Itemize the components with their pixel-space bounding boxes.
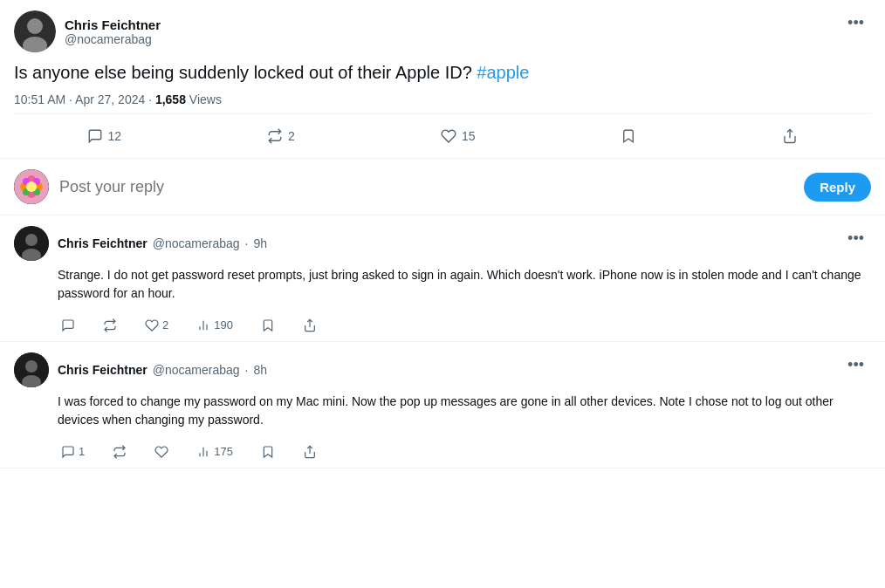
reply-2-time: 8h	[253, 363, 267, 377]
reply-1-like-count: 2	[162, 318, 168, 332]
tweet-meta: 10:51 AM · Apr 27, 2024 · 1,658 Views	[14, 92, 871, 106]
reply-count: 12	[108, 129, 122, 143]
reply-compose: Reply	[0, 159, 885, 215]
reply-2-retweet-button[interactable]	[109, 440, 130, 462]
bookmark-action-button[interactable]	[610, 121, 647, 151]
reply-2-bookmark-button[interactable]	[257, 440, 278, 462]
reply-1-views-count: 190	[214, 318, 233, 332]
tweet-text: Is anyone else being suddenly locked out…	[14, 63, 472, 82]
reply-1-bookmark-button[interactable]	[257, 313, 278, 336]
tweet-header-left: Chris Feichtner @nocamerabag	[14, 10, 161, 52]
reply-1-body: Strange. I do not get password reset pro…	[58, 266, 871, 303]
reply-tweet-1-header: Chris Feichtner @nocamerabag · 9h •••	[14, 226, 871, 261]
avatar	[14, 10, 56, 52]
reply-2-retweet-icon	[113, 443, 127, 459]
user-info: Chris Feichtner @nocamerabag	[65, 17, 161, 46]
reply-2-like-button[interactable]	[151, 440, 172, 462]
reply-1-user-info: Chris Feichtner @nocamerabag · 9h	[58, 236, 267, 250]
reply-2-comment-button[interactable]: 1	[58, 440, 88, 462]
reply-1-bookmark-icon	[261, 317, 275, 332]
reply-2-comment-icon	[61, 443, 75, 459]
reply-1-views-button[interactable]: 190	[193, 313, 237, 336]
reply-2-share-icon	[303, 443, 317, 459]
meta-separator: ·	[69, 92, 75, 106]
reply-1-avatar	[14, 226, 49, 261]
reply-2-bookmark-icon	[261, 443, 275, 459]
reply-1-retweet-icon	[103, 317, 117, 332]
more-options-button[interactable]: •••	[840, 10, 871, 36]
reply-1-views-icon	[196, 317, 210, 332]
like-count: 15	[462, 129, 476, 143]
svg-point-1	[27, 18, 43, 34]
like-action-button[interactable]: 15	[430, 121, 486, 151]
more-icon: •••	[847, 14, 864, 32]
share-action-button[interactable]	[772, 121, 808, 151]
meta-separator2: ·	[148, 92, 155, 106]
reply-input[interactable]	[59, 178, 793, 196]
reply-1-retweet-button[interactable]	[99, 313, 120, 336]
hashtag[interactable]: #apple	[477, 63, 529, 82]
dot-separator-2: ·	[245, 363, 249, 377]
tweet-actions: 12 2 15	[14, 113, 871, 158]
retweet-icon	[267, 128, 283, 144]
reply-2-user-info: Chris Feichtner @nocamerabag · 8h	[58, 363, 267, 377]
reply-2-views-icon	[196, 443, 210, 459]
comment-icon	[87, 128, 103, 144]
svg-point-13	[26, 181, 37, 192]
reply-2-actions: 1	[14, 434, 871, 468]
reply-tweet-1-header-left: Chris Feichtner @nocamerabag · 9h	[14, 226, 267, 261]
reply-1-share-icon	[303, 317, 317, 332]
reply-1-like-button[interactable]: 2	[141, 313, 172, 336]
tweet-date: Apr 27, 2024	[75, 92, 145, 106]
reply-2-share-button[interactable]	[299, 440, 320, 462]
main-tweet: Chris Feichtner @nocamerabag ••• Is anyo…	[0, 0, 885, 159]
tweet-header: Chris Feichtner @nocamerabag •••	[14, 10, 871, 52]
reply-2-display-name: Chris Feichtner	[58, 363, 148, 377]
reply-tweet-2: Chris Feichtner @nocamerabag · 8h ••• I …	[0, 342, 885, 468]
more-icon-2: •••	[847, 356, 864, 374]
reply-action-button[interactable]: 12	[77, 121, 133, 151]
reply-1-more-options-button[interactable]: •••	[840, 226, 871, 251]
display-name: Chris Feichtner	[65, 17, 161, 32]
reply-1-comment-icon	[61, 317, 75, 332]
bookmark-icon	[621, 128, 636, 144]
svg-point-15	[25, 234, 38, 246]
reply-2-more-options-button[interactable]: •••	[840, 352, 871, 378]
tweet-time: 10:51 AM	[14, 92, 65, 106]
reply-1-display-name: Chris Feichtner	[58, 236, 148, 250]
reply-2-views-button[interactable]: 175	[193, 440, 237, 462]
reply-button[interactable]: Reply	[804, 173, 871, 202]
reply-2-avatar	[14, 352, 49, 387]
reply-2-comment-count: 1	[79, 445, 85, 458]
retweet-count: 2	[288, 129, 295, 143]
reply-2-username: @nocamerabag	[153, 363, 240, 377]
reply-1-time: 9h	[253, 236, 267, 250]
reply-tweet-2-header-left: Chris Feichtner @nocamerabag · 8h	[14, 352, 267, 387]
reply-1-heart-icon	[145, 317, 159, 332]
reply-1-actions: 2 190	[14, 308, 871, 341]
reply-2-body: I was forced to change my password on my…	[58, 393, 871, 429]
dot-separator-1: ·	[245, 236, 249, 250]
heart-icon	[441, 128, 456, 144]
reply-2-views-count: 175	[214, 445, 233, 458]
reply-2-heart-icon	[154, 443, 168, 459]
reply-1-share-button[interactable]	[299, 313, 320, 336]
reply-tweet-1: Chris Feichtner @nocamerabag · 9h ••• St…	[0, 215, 885, 342]
username: @nocamerabag	[65, 32, 161, 46]
views-label: Views	[189, 92, 222, 106]
reply-tweet-2-header: Chris Feichtner @nocamerabag · 8h •••	[14, 352, 871, 387]
reply-1-comment-button[interactable]	[58, 313, 79, 336]
more-icon-1: •••	[847, 229, 864, 248]
svg-point-22	[25, 360, 38, 373]
reply-1-username: @nocamerabag	[153, 236, 240, 250]
tweet-body: Is anyone else being suddenly locked out…	[14, 59, 871, 85]
current-user-avatar	[14, 169, 49, 204]
share-icon	[782, 128, 798, 144]
retweet-action-button[interactable]: 2	[257, 121, 305, 151]
views-count: 1,658	[155, 92, 186, 106]
